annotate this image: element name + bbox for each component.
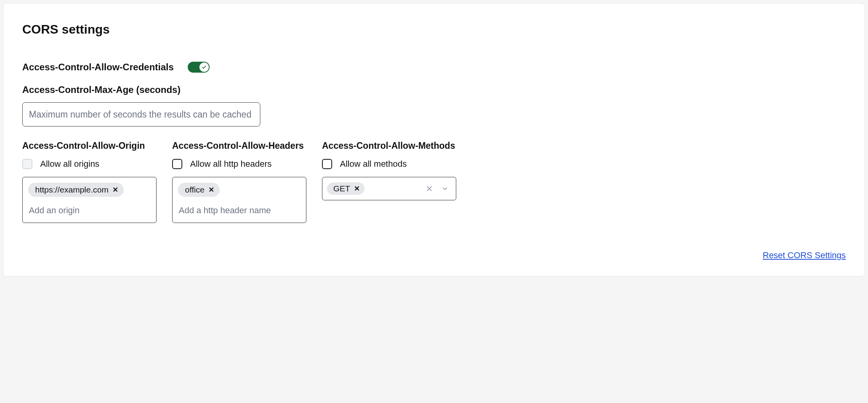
- allow-headers-label: Access-Control-Allow-Headers: [172, 141, 306, 151]
- remove-method-tag-icon[interactable]: ✕: [354, 185, 360, 192]
- origin-tagbox[interactable]: https://example.com ✕: [22, 177, 157, 223]
- header-tag: office ✕: [178, 183, 220, 197]
- allow-credentials-row: Access-Control-Allow-Credentials: [22, 62, 846, 73]
- allow-headers-column: Access-Control-Allow-Headers Allow all h…: [172, 141, 306, 223]
- allow-origin-column: Access-Control-Allow-Origin Allow all or…: [22, 141, 157, 223]
- chevron-down-icon[interactable]: [439, 182, 451, 195]
- allow-origin-label: Access-Control-Allow-Origin: [22, 141, 157, 151]
- headers-tags: office ✕: [178, 183, 301, 197]
- allow-all-origins-label: Allow all origins: [40, 159, 100, 169]
- methods-select[interactable]: GET ✕: [322, 177, 456, 200]
- allow-all-headers-row[interactable]: Allow all http headers: [172, 159, 306, 169]
- toggle-knob: [199, 62, 209, 72]
- method-tag-label: GET: [333, 184, 350, 193]
- cors-settings-panel: CORS settings Access-Control-Allow-Crede…: [3, 3, 865, 276]
- allow-all-headers-label: Allow all http headers: [190, 159, 272, 169]
- cors-columns: Access-Control-Allow-Origin Allow all or…: [22, 141, 846, 223]
- allow-all-origins-row: Allow all origins: [22, 159, 157, 169]
- allow-all-origins-checkbox: [22, 159, 32, 169]
- origin-input[interactable]: [28, 203, 151, 219]
- clear-methods-icon[interactable]: [423, 182, 436, 195]
- check-icon: [201, 64, 207, 70]
- headers-input[interactable]: [178, 203, 301, 219]
- max-age-field: Access-Control-Max-Age (seconds): [22, 84, 846, 127]
- allow-all-methods-label: Allow all methods: [340, 159, 407, 169]
- allow-all-headers-checkbox[interactable]: [172, 159, 182, 169]
- method-tag: GET ✕: [327, 182, 365, 195]
- reset-cors-link[interactable]: Reset CORS Settings: [763, 250, 846, 260]
- max-age-input[interactable]: [22, 102, 260, 127]
- remove-header-tag-icon[interactable]: ✕: [208, 186, 214, 193]
- max-age-label: Access-Control-Max-Age (seconds): [22, 84, 846, 95]
- origin-tag-label: https://example.com: [35, 185, 108, 194]
- origin-tag: https://example.com ✕: [28, 183, 124, 197]
- origin-tags: https://example.com ✕: [28, 183, 151, 197]
- header-tag-label: office: [185, 185, 205, 194]
- headers-tagbox[interactable]: office ✕: [172, 177, 306, 223]
- remove-origin-tag-icon[interactable]: ✕: [112, 186, 118, 193]
- allow-all-methods-row[interactable]: Allow all methods: [322, 159, 456, 169]
- allow-credentials-label: Access-Control-Allow-Credentials: [22, 62, 174, 73]
- allow-methods-label: Access-Control-Allow-Methods: [322, 141, 456, 151]
- allow-methods-column: Access-Control-Allow-Methods Allow all m…: [322, 141, 456, 200]
- allow-credentials-toggle[interactable]: [188, 62, 210, 73]
- allow-all-methods-checkbox[interactable]: [322, 159, 332, 169]
- panel-title: CORS settings: [22, 22, 846, 37]
